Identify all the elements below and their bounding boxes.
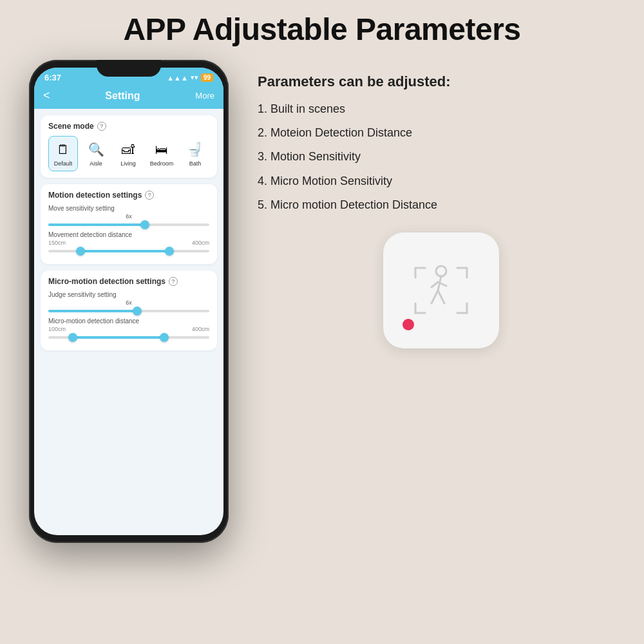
- param-item-4: 4. Micro Motion Sensitivity: [258, 174, 625, 189]
- scene-label-aisle: Aisle: [90, 160, 102, 167]
- micro-distance-label: Micro-motion detection distance: [48, 317, 209, 325]
- phone-mockup: 6:37 ▲▲▲ ▾▾ 99 < Setting More: [19, 60, 238, 543]
- scene-item-aisle[interactable]: 🔍 Aisle: [82, 137, 110, 171]
- app-content: Scene mode ? 🗒 Default 🔍 Aisle: [34, 109, 223, 530]
- motion-sensor-icon: [409, 261, 473, 319]
- status-icons: ▲▲▲ ▾▾ 99: [167, 73, 213, 82]
- nav-title: Setting: [105, 90, 140, 102]
- micro-range-labels: 100cm 400cm: [48, 326, 209, 332]
- device-led: [402, 319, 414, 330]
- movement-distance-label: Movement detection distance: [48, 231, 209, 238]
- phone-screen: 6:37 ▲▲▲ ▾▾ 99 < Setting More: [34, 68, 223, 535]
- default-icon: 🗒: [53, 140, 73, 158]
- scene-mode-title: Scene mode ?: [48, 122, 209, 131]
- move-sensitivity-label: Move sensitivity setting: [48, 205, 209, 212]
- micro-section-title: Micro-motion detection settings ?: [48, 277, 209, 286]
- scene-item-bath[interactable]: 🚽 Bath: [181, 137, 209, 171]
- motion-detection-card: Motion detection settings ? Move sensiti…: [41, 184, 217, 264]
- params-list: 1. Built in scenes 2. Moteion Detection …: [258, 102, 625, 213]
- motion-help-icon[interactable]: ?: [145, 191, 154, 200]
- bedroom-icon: 🛏: [151, 140, 172, 158]
- judge-sensitivity-value: 6x: [48, 299, 209, 306]
- movement-distance-slider[interactable]: Movement detection distance 150cm 400cm: [48, 231, 209, 252]
- movement-distance-track[interactable]: [48, 250, 209, 252]
- phone-notch: [97, 60, 161, 77]
- page-title: APP Adjustable Parameters: [0, 0, 644, 53]
- move-sensitivity-track[interactable]: [48, 223, 209, 226]
- move-sensitivity-value: 6x: [48, 213, 209, 220]
- device-box: [383, 232, 499, 348]
- judge-sensitivity-track[interactable]: [48, 310, 209, 312]
- wifi-icon: ▾▾: [191, 73, 198, 82]
- micro-distance-fill: [73, 336, 165, 339]
- back-button[interactable]: <: [43, 89, 50, 102]
- scene-help-icon[interactable]: ?: [97, 122, 106, 131]
- micro-motion-card: Micro-motion detection settings ? Judge …: [41, 270, 217, 350]
- scene-icons-row: 🗒 Default 🔍 Aisle 🛋 Living: [48, 136, 209, 171]
- judge-sensitivity-thumb[interactable]: [133, 307, 142, 316]
- scene-label-default: Default: [54, 160, 73, 167]
- judge-sensitivity-slider[interactable]: Judge sensitivity setting 6x: [48, 291, 209, 312]
- params-intro: Parameters can be adjusted:: [258, 73, 625, 91]
- judge-sensitivity-label: Judge sensitivity setting: [48, 291, 209, 298]
- scene-label-bath: Bath: [189, 160, 202, 167]
- scene-mode-card: Scene mode ? 🗒 Default 🔍 Aisle: [41, 115, 217, 178]
- movement-left-thumb[interactable]: [76, 247, 85, 256]
- device-container: [258, 232, 625, 348]
- micro-right-label: 400cm: [192, 326, 209, 332]
- nav-bar: < Setting More: [34, 85, 223, 109]
- right-panel: Parameters can be adjusted: 1. Built in …: [258, 60, 625, 348]
- scene-label-bedroom: Bedroom: [150, 160, 174, 167]
- phone-shell: 6:37 ▲▲▲ ▾▾ 99 < Setting More: [29, 60, 229, 543]
- micro-right-thumb[interactable]: [160, 333, 169, 342]
- param-item-5: 5. Micro motion Detection Distance: [258, 198, 625, 213]
- svg-point-0: [436, 266, 446, 276]
- move-sensitivity-thumb[interactable]: [140, 220, 149, 229]
- param-item-1: 1. Built in scenes: [258, 102, 625, 117]
- signal-icon: ▲▲▲: [167, 74, 188, 82]
- micro-help-icon[interactable]: ?: [169, 277, 178, 286]
- movement-right-thumb[interactable]: [165, 247, 174, 256]
- bath-icon: 🚽: [185, 140, 205, 158]
- movement-right-label: 400cm: [192, 240, 209, 246]
- micro-distance-slider[interactable]: Micro-motion detection distance 100cm 40…: [48, 317, 209, 339]
- judge-sensitivity-fill: [48, 310, 137, 312]
- scene-label-living: Living: [120, 160, 136, 167]
- move-sensitivity-slider[interactable]: Move sensitivity setting 6x: [48, 205, 209, 226]
- more-button[interactable]: More: [195, 91, 214, 100]
- aisle-icon: 🔍: [86, 140, 106, 158]
- battery-badge: 99: [201, 73, 213, 82]
- movement-range-labels: 150cm 400cm: [48, 240, 209, 246]
- living-icon: 🛋: [118, 140, 138, 158]
- micro-left-label: 100cm: [48, 326, 66, 332]
- content-area: 6:37 ▲▲▲ ▾▾ 99 < Setting More: [0, 53, 644, 543]
- micro-distance-track[interactable]: [48, 336, 209, 339]
- status-time: 6:37: [44, 73, 61, 82]
- motion-section-title: Motion detection settings ?: [48, 191, 209, 200]
- move-sensitivity-fill: [48, 223, 145, 226]
- scene-item-living[interactable]: 🛋 Living: [114, 137, 142, 171]
- scene-item-bedroom[interactable]: 🛏 Bedroom: [146, 137, 177, 171]
- micro-left-thumb[interactable]: [68, 333, 77, 342]
- movement-distance-fill: [80, 250, 169, 252]
- param-item-2: 2. Moteion Detection Distance: [258, 126, 625, 140]
- param-item-3: 3. Motion Sensitivity: [258, 149, 625, 164]
- scene-item-default[interactable]: 🗒 Default: [48, 136, 78, 171]
- movement-left-label: 150cm: [48, 240, 66, 246]
